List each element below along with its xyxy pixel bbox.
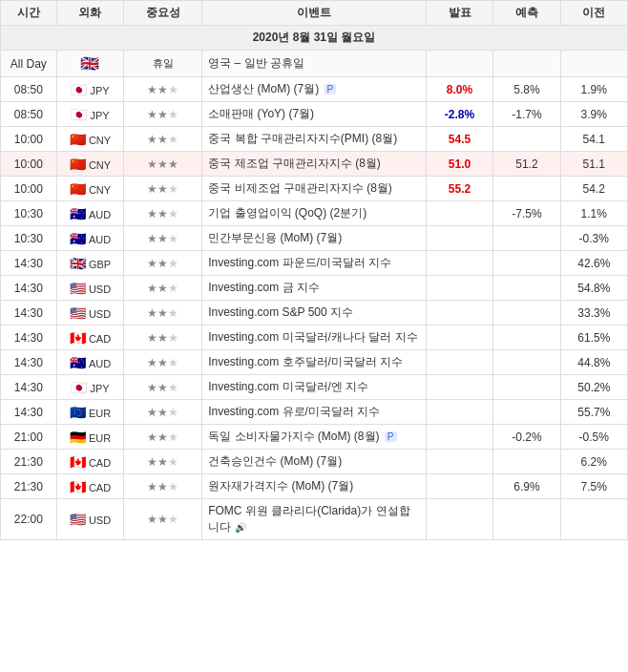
stars-icon: ★★★ [147,455,178,469]
table-row: 14:30🇯🇵 JPY★★★Investing.com 미국달러/엔 지수50.… [1,375,628,400]
stars-icon: ★★★ [147,430,178,444]
currency-cell: 🇬🇧 [56,51,123,77]
event-cell: 건축승인건수 (MoM) (7월) [202,450,427,474]
event-cell: 산업생산 (MoM) (7월) P [202,77,427,102]
forecast-cell [493,177,560,201]
actual-value: 8.0% [447,83,472,96]
forecast-cell [493,375,560,400]
stars-icon: ★★★ [147,406,178,419]
importance-cell: ★★★ [124,499,202,540]
flag-icon: 🇺🇸 [70,512,86,527]
table-row: 10:00🇨🇳 CNY★★★중국 복합 구매관리자지수(PMI) (8월)54.… [1,127,628,152]
table-row: 21:00🇩🇪 EUR★★★독일 소비자물가지수 (MoM) (8월) P-0.… [1,425,628,450]
event-cell: 원자재가격지수 (MoM) (7월) [202,474,427,499]
event-cell: Investing.com 금 지수 [202,276,427,301]
actual-cell [426,301,492,326]
currency-cell: 🇨🇳 CNY [56,152,123,177]
previous-value: 6.2% [581,455,607,469]
table-row: 14:30🇺🇸 USD★★★Investing.com S&P 500 지수33… [1,301,628,326]
previous-cell: 6.2% [560,450,627,474]
table-row: 21:30🇨🇦 CAD★★★건축승인건수 (MoM) (7월)6.2% [1,450,628,474]
previous-cell: 55.7% [560,400,627,425]
importance-cell: ★★★ [124,127,202,152]
header-currency: 외화 [56,1,123,26]
previous-cell [560,51,627,77]
table-row: 14:30🇬🇧 GBP★★★Investing.com 파운드/미국달러 지수4… [1,251,628,276]
forecast-cell: 6.9% [493,474,560,499]
previous-cell: 54.2 [560,177,627,201]
forecast-cell: -0.2% [493,425,560,450]
event-label: 소매판매 (YoY) (7월) [208,107,314,120]
flag-icon: 🇺🇸 [70,305,86,321]
stars-icon: ★★★ [147,158,178,171]
previous-value: 54.8% [577,282,610,295]
time-cell: 14:30 [1,326,57,350]
stars-icon: ★★★ [147,83,178,96]
stars-icon: ★★★ [147,513,178,526]
currency-cell: 🇬🇧 GBP [56,251,123,276]
previous-value: 33.3% [577,306,610,320]
event-label: 기업 출영업이익 (QoQ) (2분기) [208,206,366,220]
stars-icon: ★★★ [147,182,178,196]
flag-icon: 🇨🇳 [70,132,86,147]
flag-icon: 🇦🇺 [70,355,86,370]
time-cell: All Day [1,51,57,77]
table-row: 10:30🇦🇺 AUD★★★민간부문신용 (MoM) (7월)-0.3% [1,226,628,251]
event-cell: 민간부문신용 (MoM) (7월) [202,226,427,251]
event-cell: 중국 비제조업 구매관리자지수 (8월) [202,177,427,201]
currency-cell: 🇨🇳 CNY [56,127,123,152]
header-previous: 이전 [560,1,627,26]
actual-cell [426,375,492,400]
currency-cell: 🇨🇳 CNY [56,177,123,201]
previous-value: 50.2% [577,381,610,394]
time-cell: 10:30 [1,201,57,226]
previous-cell: -0.3% [560,226,627,251]
stars-icon: ★★★ [147,257,178,270]
time-cell: 10:00 [1,152,57,177]
currency-cell: 🇺🇸 USD [56,499,123,540]
forecast-cell: 51.2 [493,152,560,177]
event-label: 원자재가격지수 (MoM) (7월) [208,479,353,493]
currency-cell: 🇯🇵 JPY [56,375,123,400]
table-row: 14:30🇦🇺 AUD★★★Investing.com 호주달러/미국달러 지수… [1,350,628,375]
forecast-cell [493,350,560,375]
flag-icon: 🇯🇵 [71,380,87,395]
previous-cell: -0.5% [560,425,627,450]
event-label: Investing.com 금 지수 [208,281,320,294]
economic-calendar-table: 시간 외화 중요성 이벤트 발표 예측 이전 2020년 8월 31일 월요일A… [0,0,628,540]
table-row: 10:30🇦🇺 AUD★★★기업 출영업이익 (QoQ) (2분기)-7.5%1… [1,201,628,226]
speaker-icon: 🔊 [235,522,246,533]
previous-value: -0.5% [579,430,609,444]
actual-cell [426,201,492,226]
importance-cell: ★★★ [124,326,202,350]
time-cell: 14:30 [1,276,57,301]
event-label: Investing.com 유로/미국달러 지수 [208,405,380,418]
table-row: 14:30🇪🇺 EUR★★★Investing.com 유로/미국달러 지수55… [1,400,628,425]
table-row: 10:00🇨🇳 CNY★★★중국 제조업 구매관리자지수 (8월)51.051.… [1,152,628,177]
flag-icon: 🇦🇺 [70,231,86,246]
currency-label: USD [89,514,111,526]
table-row: 22:00🇺🇸 USD★★★FOMC 위원 클라리다(Clarida)가 연설합… [1,499,628,540]
time-cell: 22:00 [1,499,57,540]
currency-label: AUD [89,358,111,369]
previous-value: 54.2 [583,182,605,196]
previous-value: 3.9% [581,108,607,121]
flag-icon: 🇯🇵 [71,82,87,97]
header-forecast: 예측 [493,1,560,26]
event-label: Investing.com 미국달러/캐나다 달러 지수 [208,330,417,344]
importance-cell: ★★★ [124,226,202,251]
holiday-label: 휴일 [153,57,174,69]
actual-cell: 55.2 [426,177,492,201]
table-row: 14:30🇺🇸 USD★★★Investing.com 금 지수54.8% [1,276,628,301]
actual-cell [426,474,492,499]
forecast-value: 5.8% [513,83,539,96]
currency-cell: 🇺🇸 USD [56,301,123,326]
currency-label: USD [89,308,111,320]
event-label: 중국 비제조업 구매관리자지수 (8월) [208,181,392,195]
importance-cell: ★★★ [124,102,202,127]
previous-cell: 1.1% [560,201,627,226]
previous-cell: 1.9% [560,77,627,102]
date-header-row: 2020년 8월 31일 월요일 [1,26,628,51]
forecast-cell [493,276,560,301]
time-cell: 14:30 [1,301,57,326]
